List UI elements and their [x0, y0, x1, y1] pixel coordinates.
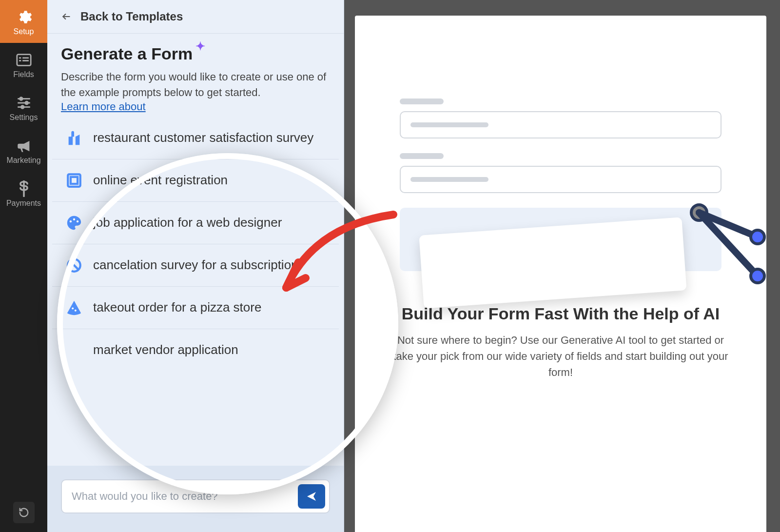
prompt-input-wrap	[61, 479, 330, 513]
placeholder-field	[400, 166, 722, 193]
svg-point-19	[72, 307, 74, 309]
list-icon	[16, 52, 32, 66]
pizza-icon	[66, 299, 82, 316]
rail-item-payments[interactable]: Payments	[0, 172, 47, 215]
svg-point-9	[25, 101, 28, 104]
cancel-icon	[66, 257, 82, 274]
svg-point-24	[751, 230, 764, 244]
prompt-footer	[47, 466, 344, 532]
back-label: Back to Templates	[80, 10, 183, 23]
rail-item-label: Fields	[13, 70, 34, 79]
placeholder-label	[400, 153, 444, 159]
sparkle-icon: ✦	[195, 39, 205, 53]
placeholder-block	[400, 208, 722, 271]
blank-icon	[66, 342, 82, 358]
prompt-row[interactable]: job application for a web designer	[52, 201, 339, 244]
prompt-input[interactable]	[72, 490, 298, 503]
svg-point-25	[751, 269, 764, 283]
dollar-icon	[16, 180, 32, 195]
svg-point-16	[77, 220, 78, 222]
prompt-text: job application for a web designer	[93, 215, 282, 230]
robot-arm-icon	[684, 203, 766, 296]
prompt-send-button[interactable]	[298, 484, 325, 509]
prompt-text: takeout order for a pizza store	[93, 300, 261, 315]
gear-icon	[16, 9, 32, 23]
placeholder-label	[400, 99, 444, 104]
panel-title: Generate a Form ✦	[61, 44, 330, 63]
prompt-text: cancelation survey for a subscription	[93, 257, 298, 273]
empty-state-subheading: Not sure where to begin? Use our Generat…	[389, 332, 732, 380]
svg-rect-4	[22, 60, 29, 61]
rail-item-settings[interactable]: Settings	[0, 86, 47, 129]
palette-icon	[66, 215, 82, 231]
revisions-button[interactable]	[13, 502, 35, 523]
prompt-text: online event registration	[93, 173, 228, 188]
rail-item-label: Setup	[14, 27, 34, 36]
learn-more-link[interactable]: Learn more about	[61, 100, 146, 113]
svg-point-8	[20, 98, 22, 100]
back-to-templates[interactable]: Back to Templates	[47, 0, 344, 34]
bullhorn-icon	[16, 138, 32, 152]
svg-point-15	[73, 218, 75, 220]
svg-rect-3	[19, 60, 21, 61]
rail-item-fields[interactable]: Fields	[0, 43, 47, 86]
food-icon	[66, 130, 82, 146]
send-icon	[306, 491, 317, 502]
rail-item-label: Marketing	[6, 156, 40, 164]
panel-header: Generate a Form ✦ Describe the form you …	[47, 34, 344, 117]
svg-line-18	[70, 261, 78, 269]
prompt-row[interactable]: market vendor application	[52, 329, 339, 371]
rail-bottom	[0, 493, 47, 532]
left-tool-rail: Setup Fields Settings Marketing Payments	[0, 0, 47, 532]
rail-spacer	[0, 215, 47, 493]
prompt-row[interactable]: online event registration	[52, 159, 339, 201]
sliders-icon	[16, 95, 32, 109]
preview-graphic	[400, 99, 722, 274]
panel-description: Describe the form you would like to crea…	[61, 69, 330, 100]
svg-point-14	[70, 220, 72, 222]
rail-item-marketing[interactable]: Marketing	[0, 129, 47, 172]
ticket-icon	[66, 172, 82, 189]
generator-panel: Back to Templates Generate a Form ✦ Desc…	[47, 0, 344, 532]
svg-rect-1	[19, 57, 21, 59]
prompt-row[interactable]: cancelation survey for a subscription	[52, 244, 339, 286]
placeholder-field	[400, 111, 722, 138]
arrow-left-icon	[61, 12, 72, 21]
prompt-row[interactable]: restaurant customer satisfaction survey	[52, 117, 339, 159]
prompt-text: restaurant customer satisfaction survey	[93, 130, 313, 145]
preview-canvas: Build Your Form Fast With the Help of AI…	[344, 0, 780, 532]
svg-point-20	[75, 309, 77, 311]
example-prompts: restaurant customer satisfaction survey …	[47, 117, 344, 466]
rail-item-label: Payments	[6, 199, 41, 207]
prompt-row[interactable]: takeout order for a pizza store	[52, 286, 339, 329]
svg-point-10	[21, 106, 24, 109]
svg-rect-13	[71, 177, 78, 184]
prompt-text: market vendor application	[93, 342, 238, 357]
rail-item-setup[interactable]: Setup	[0, 0, 47, 43]
preview-surface: Build Your Form Fast With the Help of AI…	[355, 16, 766, 532]
svg-rect-2	[22, 57, 29, 59]
panel-title-text: Generate a Form	[61, 44, 193, 63]
rail-item-label: Settings	[10, 113, 38, 121]
